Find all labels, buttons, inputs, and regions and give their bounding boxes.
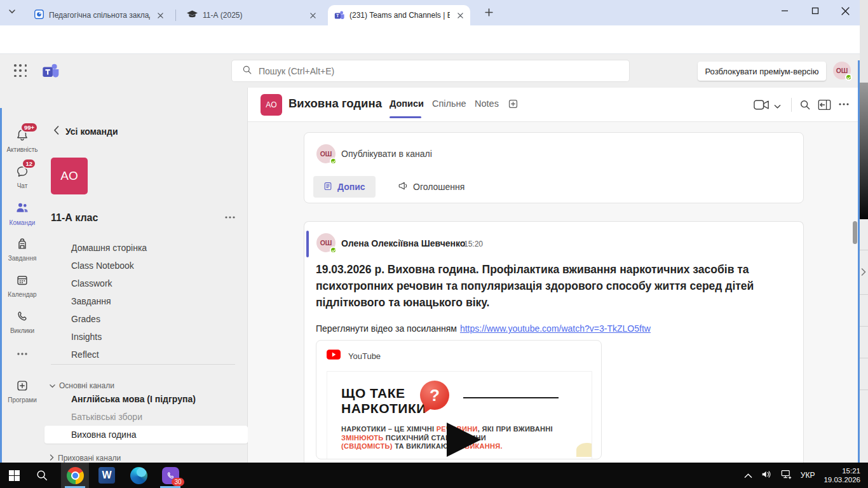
tab-shared[interactable]: Спільне	[432, 98, 466, 109]
teams-app: Розблокувати преміум-версію ОШ Активніст…	[0, 54, 860, 463]
background-window-dark-strip	[860, 83, 868, 219]
chat-badge: 12	[22, 158, 36, 169]
channel-header: AO Виховна година Дописи Спільне Notes	[248, 88, 860, 122]
panel-item-home[interactable]: Домашня сторінка	[44, 239, 248, 257]
thumbnail-decoration	[576, 443, 592, 457]
rail-item-calls[interactable]: Виклики	[0, 306, 44, 337]
team-name[interactable]: 11-А клас	[51, 212, 98, 224]
rail-item-apps[interactable]: Програми	[0, 375, 44, 407]
add-tab-icon[interactable]	[507, 98, 519, 110]
browser-tab-1[interactable]: Педагогічна спільнота заклад	[28, 5, 170, 25]
channel-vykhovna-hodyna-selected[interactable]: Виховна година	[44, 426, 248, 444]
channel-team-avatar[interactable]: AO	[261, 94, 282, 116]
play-button-icon[interactable]	[447, 423, 481, 457]
channel-english[interactable]: Англійська мова (І підгрупа)	[44, 390, 248, 408]
team-avatar[interactable]: AO	[51, 158, 88, 194]
question-mark-icon: ?	[420, 381, 449, 410]
browser-tab-3-active[interactable]: T (231) Teams and Channels | Вих	[328, 5, 470, 25]
start-button[interactable]	[0, 463, 28, 488]
team-more-options-icon[interactable]	[221, 210, 239, 225]
panel-item-assignments[interactable]: Завдання	[44, 292, 248, 310]
channel-post[interactable]: ОШ Олена Олексіївна Шевченко 15:20 19.03…	[304, 221, 804, 463]
teams-search-box[interactable]	[232, 60, 629, 81]
feed-scrollbar-thumb[interactable]	[853, 221, 857, 244]
panel-item-class-notebook[interactable]: Class Notebook	[44, 257, 248, 274]
panel-item-classwork[interactable]: Classwork	[44, 274, 248, 292]
post-author-name[interactable]: Олена Олексіївна Шевченко	[341, 238, 465, 248]
panel-item-grades[interactable]: Grades	[44, 310, 248, 328]
taskbar-viber-button[interactable]: 30	[156, 463, 184, 488]
viber-badge: 30	[172, 478, 184, 486]
tab-title: (231) Teams and Channels | Вих	[349, 11, 450, 20]
youtube-link[interactable]: https://www.youtube.com/watch?v=3-TkZLO5…	[460, 323, 651, 334]
windows-taskbar: W 30 УКР 15:21 19.03.2026	[0, 463, 868, 488]
taskbar-word-button[interactable]: W	[93, 463, 121, 488]
tab-posts[interactable]: Дописи	[390, 98, 424, 109]
taskbar-chrome-button[interactable]	[61, 463, 89, 488]
megaphone-icon	[398, 181, 408, 193]
video-thumbnail[interactable]: ЩО ТАКЕ НАРКОТИКИ ? НАРКОТИКИ – ЦЕ ХІМІЧ…	[327, 371, 592, 459]
channel-parents-meeting[interactable]: Батьківські збори	[44, 408, 248, 426]
panel-item-insights[interactable]: Insights	[44, 328, 248, 346]
rail-item-assignments[interactable]: Завдання	[0, 233, 44, 265]
rail-item-calendar[interactable]: Календар	[0, 269, 44, 301]
chevron-right-icon	[50, 454, 54, 463]
taskbar-edge-button[interactable]	[125, 463, 153, 488]
rail-item-teams[interactable]: Команди	[0, 197, 44, 229]
ellipsis-icon	[17, 347, 28, 358]
clock[interactable]: 15:21 19.03.2026	[824, 466, 860, 484]
teams-user-avatar[interactable]: ОШ	[833, 62, 851, 79]
teams-channel-panel: Усі команди AO 11-А клас Домашня сторінк…	[44, 88, 248, 463]
composer-input[interactable]: Опублікувати в каналі	[341, 149, 432, 159]
browser-tabstrip: Педагогічна спільнота заклад 11-А (2025)…	[0, 0, 860, 25]
teams-people-icon	[15, 200, 30, 218]
network-icon[interactable]	[781, 470, 792, 482]
youtube-preview-header: YouTube	[327, 349, 381, 362]
teams-logo-icon[interactable]	[42, 62, 59, 82]
post-type-button[interactable]: Допис	[313, 176, 376, 198]
app-launcher-waffle-icon[interactable]	[14, 64, 28, 78]
tab-close-icon[interactable]	[455, 10, 465, 20]
meet-button[interactable]	[754, 100, 781, 112]
rail-item-activity[interactable]: Активність 99+	[0, 125, 44, 156]
all-teams-back-button[interactable]: Усі команди	[53, 126, 118, 137]
announcement-type-button[interactable]: Оголошення	[391, 176, 471, 198]
aperture-favicon-icon	[34, 10, 44, 22]
window-maximize-button[interactable]	[801, 0, 830, 22]
video-camera-icon	[754, 100, 770, 112]
unread-indicator	[306, 231, 309, 257]
teams-left-rail: Активність 99+ Чат 12 Команди	[0, 88, 44, 463]
language-indicator[interactable]: УКР	[801, 471, 815, 480]
channel-more-options-icon[interactable]	[839, 103, 849, 105]
browser-tab-2[interactable]: 11-А (2025)	[180, 5, 323, 25]
taskbar-search-button[interactable]	[28, 463, 56, 488]
channel-search-icon[interactable]	[799, 99, 811, 111]
post-author-avatar[interactable]: ОШ	[316, 233, 336, 252]
background-window-sliver	[860, 0, 868, 463]
browser-window: Педагогічна спільнота заклад 11-А (2025)…	[0, 0, 860, 463]
rail-item-chat[interactable]: Чат 12	[0, 161, 44, 193]
post-timestamp: 15:20	[464, 240, 483, 248]
channel-main: AO Виховна година Дописи Спільне Notes	[248, 88, 860, 463]
tab-notes[interactable]: Notes	[475, 98, 499, 109]
graduation-cap-favicon-icon	[187, 10, 198, 21]
tab-close-icon[interactable]	[308, 10, 318, 20]
volume-icon[interactable]	[761, 470, 772, 482]
open-panel-icon[interactable]	[818, 99, 831, 111]
youtube-preview-card[interactable]: YouTube ЩО ТАКЕ НАРКОТИКИ ?	[316, 340, 602, 459]
tray-time: 15:21	[824, 466, 860, 475]
tab-search-chevron-icon[interactable]	[8, 7, 17, 18]
new-tab-button[interactable]	[484, 8, 494, 20]
unlock-premium-button[interactable]: Розблокувати преміум-версію	[698, 62, 826, 81]
tab-close-icon[interactable]	[155, 10, 165, 20]
search-input[interactable]	[259, 66, 513, 76]
window-edge-left	[0, 108, 2, 488]
panel-item-reflect[interactable]: Reflect	[44, 346, 248, 363]
rail-more-apps[interactable]	[0, 343, 44, 362]
window-close-button[interactable]	[831, 0, 860, 22]
window-minimize-button[interactable]	[770, 0, 799, 22]
youtube-provider-label: YouTube	[348, 351, 381, 361]
show-hidden-icons-chevron[interactable]	[744, 470, 752, 481]
panel-divider	[51, 364, 235, 365]
phone-icon	[15, 309, 29, 326]
